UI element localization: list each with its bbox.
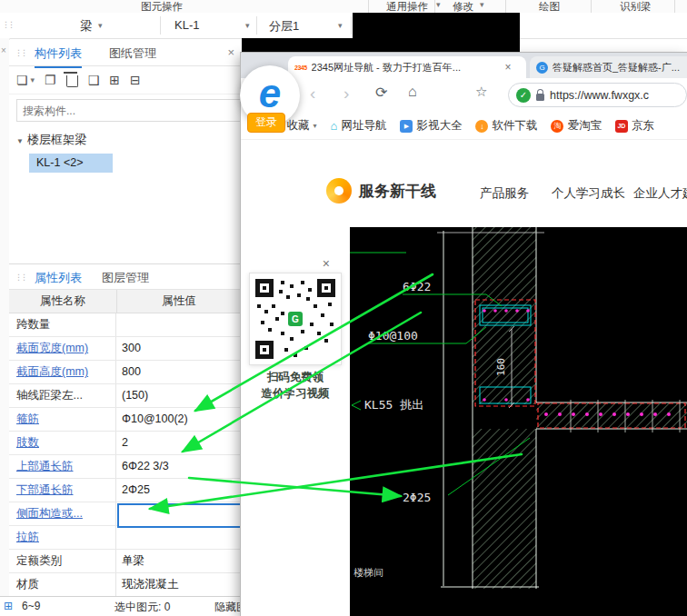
component-panel-tabs: ⋮⋮ 构件列表 图纸管理 ×: [9, 40, 242, 66]
forward-icon[interactable]: ›: [344, 84, 349, 104]
home-icon[interactable]: ⌂: [408, 84, 417, 100]
bookmark-label: 爱淘宝: [567, 118, 602, 134]
tab-favicon-2345: 2345: [294, 65, 307, 71]
close-icon[interactable]: ×: [505, 61, 512, 74]
sort-icon[interactable]: ⊟: [130, 73, 141, 87]
property-row: 截面宽度(mm) 300: [9, 337, 242, 361]
property-row-stirrup: 箍筋 Φ10@100(2): [9, 408, 242, 432]
security-shield-icon: ✓: [516, 88, 531, 103]
address-bar[interactable]: ✓ https://www.fwxgx.c: [508, 83, 687, 107]
property-row: 轴线距梁左... (150): [9, 384, 242, 408]
property-value[interactable]: 单梁: [116, 550, 242, 572]
bookmark-video[interactable]: ▶ 影视大全: [400, 118, 462, 134]
paste-icon[interactable]: ❑: [88, 73, 100, 87]
property-name[interactable]: 截面高度(mm): [9, 361, 116, 383]
property-name[interactable]: 箍筋: [9, 408, 116, 431]
side-bars-input[interactable]: [117, 503, 244, 528]
property-row: 跨数量: [9, 313, 242, 337]
property-value[interactable]: [116, 526, 242, 549]
header-property-value: 属性值: [116, 290, 242, 313]
drag-handle-icon[interactable]: ⋮⋮: [15, 273, 25, 282]
property-name[interactable]: 上部通长筋: [9, 455, 116, 478]
close-icon[interactable]: ×: [227, 45, 234, 59]
delete-icon[interactable]: [66, 75, 78, 87]
property-name[interactable]: 肢数: [9, 432, 116, 454]
property-name[interactable]: 侧面构造或...: [9, 502, 116, 525]
play-icon: ▶: [400, 120, 413, 133]
tab-component-list[interactable]: 构件列表: [35, 45, 82, 68]
site-nav-enterprise[interactable]: 企业人才建设: [633, 185, 687, 202]
browser-tab-active[interactable]: 2345 2345网址导航 - 致力于打造百年... ×: [288, 56, 526, 78]
browser-tab-inactive[interactable]: G 答疑解惑首页_答疑解惑-广...: [530, 56, 687, 78]
ribbon-group-identify-beam[interactable]: 识别梁: [620, 0, 652, 14]
bookmark-nav-site[interactable]: ⌂ 网址导航: [331, 118, 387, 134]
drag-handle-icon[interactable]: ⋮⋮: [2, 20, 13, 29]
site-nav-learning[interactable]: 个人学习成长: [552, 185, 625, 202]
chevron-down-icon[interactable]: ▾: [245, 21, 250, 30]
property-value[interactable]: 2Φ25: [116, 479, 242, 502]
chevron-down-icon: ▾: [314, 122, 317, 130]
site-logo[interactable]: 服务新干线: [326, 178, 436, 204]
bookmark-jd[interactable]: JD 京东: [615, 118, 654, 134]
grid-icon[interactable]: ⊞: [4, 600, 13, 612]
chevron-down-icon[interactable]: ▾: [31, 75, 35, 84]
tree-expand-icon[interactable]: ▼: [16, 137, 24, 145]
copy-icon[interactable]: ❐: [45, 73, 56, 87]
ribbon-group-draw[interactable]: 绘图: [539, 0, 560, 14]
property-value[interactable]: 300: [116, 337, 242, 360]
refresh-icon[interactable]: ⟳: [375, 84, 387, 101]
chevron-down-icon[interactable]: ▾: [98, 21, 103, 30]
login-button[interactable]: 登录: [247, 113, 285, 133]
ribbon-group-general-ops[interactable]: 通用操作: [386, 0, 428, 14]
property-value[interactable]: 800: [116, 361, 242, 383]
e-logo-icon: e: [259, 71, 281, 116]
property-row-bottom-bars: 下部通长筋 2Φ25: [9, 479, 242, 502]
property-value[interactable]: 2: [116, 432, 242, 454]
search-input[interactable]: [16, 99, 242, 122]
site-nav-products[interactable]: 产品服务: [480, 185, 529, 202]
ribbon-tool-row: ⋮⋮ 梁 ▾ KL-1 ▾ 分层1 ▾: [0, 13, 687, 39]
property-value[interactable]: 现浇混凝土: [116, 573, 242, 596]
status-bar: ⊞ 6~9 选中图元: 0 隐藏图元: [0, 596, 241, 616]
taobao-icon: 淘: [551, 120, 563, 133]
ribbon-group-modify[interactable]: 修改: [453, 0, 473, 14]
property-value[interactable]: Φ10@100(2): [116, 408, 242, 431]
url-text[interactable]: https://www.fwxgx.c: [550, 89, 649, 102]
bookmarks-bar: ▮▶ ★ 收藏 ▾ ⌂ 网址导航 ▶ 影视大全 ↓ 软件下载 淘 爱淘宝: [241, 113, 687, 140]
qr-popup: ×: [246, 256, 344, 402]
favorites-star-icon[interactable]: ☆: [475, 84, 487, 100]
element-select[interactable]: KL-1: [174, 18, 199, 32]
property-name[interactable]: 拉筋: [9, 526, 116, 549]
layer-select[interactable]: 分层1: [269, 18, 299, 35]
property-value[interactable]: [116, 313, 242, 336]
tree-item-kl1[interactable]: KL-1 <2>: [29, 154, 113, 173]
bookmark-label: 收藏: [287, 118, 310, 134]
archive-icon[interactable]: ⊞: [109, 73, 120, 87]
property-value[interactable]: 6Φ22 3/3: [116, 455, 242, 478]
close-icon[interactable]: ×: [1, 45, 6, 55]
close-icon[interactable]: ×: [246, 256, 344, 271]
property-row: 肢数 2: [9, 432, 242, 455]
qr-caption-line1: 扫码免费领: [246, 370, 344, 385]
property-value[interactable]: (150): [116, 384, 242, 407]
tree-group[interactable]: ▼楼层框架梁: [9, 126, 242, 148]
site-logo-icon: [326, 178, 352, 204]
tab-favicon-site: G: [536, 62, 548, 74]
chevron-down-icon[interactable]: ▾: [338, 21, 343, 30]
back-icon[interactable]: ‹: [310, 84, 315, 104]
property-name[interactable]: 截面宽度(mm): [9, 337, 116, 360]
beam-tool-button[interactable]: 梁: [80, 18, 92, 35]
ribbon-group-element-ops[interactable]: 图元操作: [141, 0, 183, 14]
tab-drawing-management[interactable]: 图纸管理: [109, 45, 156, 62]
property-name: 跨数量: [9, 313, 116, 336]
hide-elements-toggle[interactable]: 隐藏图元: [214, 600, 241, 615]
bookmark-taobao[interactable]: 淘 爱淘宝: [551, 118, 602, 134]
property-name[interactable]: 下部通长筋: [9, 479, 116, 502]
drag-handle-icon[interactable]: ⋮⋮: [15, 48, 25, 57]
tab-layer-management[interactable]: 图层管理: [102, 270, 149, 286]
floor-range: 6~9: [22, 600, 40, 612]
new-component-icon[interactable]: ❏: [16, 73, 28, 87]
cad-label-bottom-bars: 2Φ25: [403, 491, 431, 504]
qr-code-image: G: [254, 277, 337, 361]
bookmark-software[interactable]: ↓ 软件下载: [475, 118, 537, 134]
